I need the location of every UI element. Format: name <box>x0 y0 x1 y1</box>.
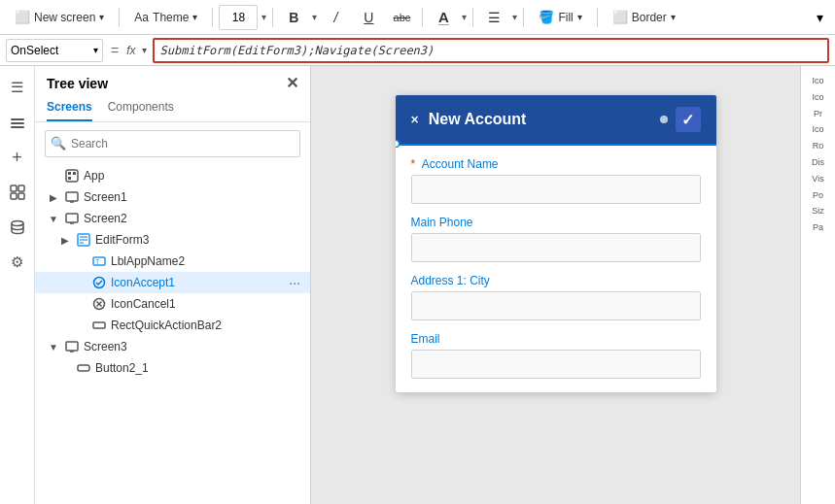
fill-label: Fill <box>558 11 573 24</box>
right-panel-item-2[interactable]: Ico <box>802 90 835 105</box>
button2_1-label: Button2_1 <box>95 361 300 375</box>
svg-rect-24 <box>93 322 105 328</box>
fx-chevron[interactable]: ▾ <box>142 45 147 55</box>
right-panel-item-5[interactable]: Ro <box>802 139 835 153</box>
align-button[interactable]: ☰ <box>479 4 508 31</box>
more-options-button[interactable]: ··· <box>289 275 300 290</box>
strikethrough-button[interactable]: abc <box>387 4 416 31</box>
bold-chevron[interactable]: ▾ <box>312 12 317 22</box>
right-panel-item-4[interactable]: Ico <box>802 122 835 137</box>
align-chevron[interactable]: ▾ <box>512 12 517 22</box>
svg-rect-8 <box>66 170 78 182</box>
right-panel: Ico Ico Pr Ico Ro Dis Vis Po Siz Pa <box>800 66 835 504</box>
new-screen-button[interactable]: ⬜ New screen ▾ <box>6 5 113 29</box>
property-chevron: ▾ <box>93 45 98 55</box>
tree-item-screen1[interactable]: ▶ Screen1 <box>35 186 310 208</box>
underline-icon: U <box>364 10 373 25</box>
toolbar-end: ▾ <box>811 10 829 25</box>
expand-iconcancel1 <box>74 297 87 311</box>
editform3-icon <box>76 232 91 248</box>
tree-close-button[interactable]: ✕ <box>286 74 298 92</box>
app-icon <box>64 168 80 184</box>
email-input[interactable] <box>411 350 701 379</box>
data-icon[interactable] <box>4 214 31 241</box>
main-area: ☰ + ⚙ Tre <box>0 66 835 504</box>
border-chevron: ▾ <box>671 12 676 22</box>
formula-text: SubmitForm(EditForm3);Navigate(Screen3) <box>160 44 435 57</box>
underline-button[interactable]: U <box>354 4 383 31</box>
font-color-chevron[interactable]: ▾ <box>462 12 467 22</box>
property-value: OnSelect <box>11 44 58 57</box>
tree-item-iconcancel1[interactable]: IconCancel1 <box>35 293 310 315</box>
hamburger-icon[interactable]: ☰ <box>4 74 31 101</box>
svg-rect-1 <box>11 122 24 124</box>
tree-item-iconaccept1[interactable]: IconAccept1 ··· <box>35 272 310 293</box>
account-name-label-text: Account Name <box>422 157 499 171</box>
main-phone-input[interactable] <box>411 233 701 262</box>
tree-item-screen2[interactable]: ▼ Screen2 <box>35 208 310 229</box>
expand-screen2[interactable]: ▼ <box>47 212 60 225</box>
left-icon-strip: ☰ + ⚙ <box>0 66 35 504</box>
components-icon[interactable] <box>4 179 31 206</box>
font-color-button[interactable]: A <box>429 4 458 31</box>
expand-editform3[interactable]: ▶ <box>58 233 72 247</box>
bold-icon: B <box>289 10 298 25</box>
right-panel-item-3[interactable]: Pr <box>802 107 835 121</box>
right-panel-item-9[interactable]: Siz <box>802 204 835 218</box>
right-panel-item-7[interactable]: Vis <box>802 172 835 186</box>
expand-screen1[interactable]: ▶ <box>47 190 60 204</box>
fill-button[interactable]: 🪣 Fill ▾ <box>530 5 590 29</box>
font-size-box[interactable]: 18 <box>219 5 258 30</box>
add-icon[interactable]: + <box>4 144 31 171</box>
property-selector[interactable]: OnSelect ▾ <box>6 39 103 62</box>
form-body: * Account Name Main Phone Address 1: Cit… <box>396 144 716 392</box>
right-panel-item-8[interactable]: Po <box>802 188 835 203</box>
svg-rect-25 <box>66 342 78 351</box>
right-panel-item-10[interactable]: Pa <box>802 220 835 235</box>
iconcancel1-icon <box>91 296 107 312</box>
lblappname2-label: LblAppName2 <box>111 254 300 268</box>
bold-button[interactable]: B <box>279 4 308 31</box>
button2_1-icon <box>76 360 91 376</box>
tab-components[interactable]: Components <box>108 100 174 121</box>
expand-app <box>47 169 60 183</box>
editform3-label: EditForm3 <box>95 233 300 247</box>
tree-item-button2_1[interactable]: Button2_1 <box>35 357 310 379</box>
screen3-icon <box>64 339 80 354</box>
svg-rect-2 <box>11 126 24 128</box>
tree-item-lblappname2[interactable]: T LblAppName2 <box>35 251 310 272</box>
expand-button2_1 <box>58 361 72 375</box>
tree-item-rectquickactionbar2[interactable]: RectQuickActionBar2 <box>35 315 310 336</box>
svg-rect-10 <box>73 172 76 175</box>
svg-text:T: T <box>95 258 100 265</box>
tree-item-screen3[interactable]: ▼ Screen3 <box>35 336 310 357</box>
divider-6 <box>523 8 524 27</box>
font-size-value: 18 <box>232 11 245 24</box>
tree-item-editform3[interactable]: ▶ EditForm3 <box>35 229 310 251</box>
account-name-input[interactable] <box>411 175 701 204</box>
italic-button[interactable]: / <box>321 4 350 31</box>
right-panel-item-6[interactable]: Dis <box>802 155 835 170</box>
form-header-right: ✓ <box>660 107 701 132</box>
theme-button[interactable]: Aa Theme ▾ <box>125 6 206 29</box>
tab-screens[interactable]: Screens <box>47 100 92 121</box>
more-dropdown-icon[interactable]: ▾ <box>811 10 829 25</box>
expand-screen3[interactable]: ▼ <box>47 340 60 353</box>
screen1-icon <box>64 189 80 205</box>
search-input[interactable] <box>45 130 300 157</box>
formula-input[interactable]: SubmitForm(EditForm3);Navigate(Screen3) <box>153 38 829 63</box>
settings-icon[interactable]: ⚙ <box>4 249 31 276</box>
layers-icon[interactable] <box>4 109 31 136</box>
right-panel-item-1[interactable]: Ico <box>802 74 835 88</box>
svg-rect-12 <box>66 192 78 201</box>
toolbar: ⬜ New screen ▾ Aa Theme ▾ 18 ▾ B ▾ / U a… <box>0 0 835 35</box>
form-submit-button[interactable]: ✓ <box>676 107 701 132</box>
font-size-chevron[interactable]: ▾ <box>261 12 266 22</box>
city-input[interactable] <box>411 291 701 320</box>
form-close-button[interactable]: × <box>411 112 419 127</box>
border-button[interactable]: ⬜ Border ▾ <box>604 5 684 29</box>
svg-rect-6 <box>18 193 24 199</box>
screen2-label: Screen2 <box>84 212 300 225</box>
tree-item-app[interactable]: App <box>35 165 310 186</box>
main-phone-label: Main Phone <box>411 216 701 229</box>
